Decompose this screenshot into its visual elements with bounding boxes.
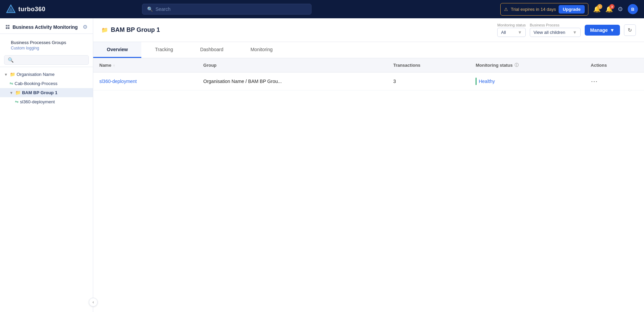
sidebar-item-label: BAM BP Group 1 — [22, 90, 58, 95]
page-title: 📁 BAM BP Group 1 — [101, 26, 160, 34]
cell-name: sl360-deployment — [93, 72, 197, 90]
chevron-down-icon: ▼ — [572, 30, 577, 35]
cell-group: Organisation Name / BAM BP Grou... — [197, 72, 387, 90]
info-icon[interactable]: ⓘ — [515, 62, 519, 68]
broadcast-button[interactable]: 🔔 ! — [593, 5, 601, 13]
column-actions: Actions — [585, 58, 644, 72]
column-monitoring-status: Monitoring status ⓘ — [469, 58, 584, 72]
avatar[interactable]: B — [628, 4, 638, 14]
sidebar-item-cab[interactable]: ⇋ Cab-Booking-Process — [0, 79, 93, 88]
sidebar-search-input[interactable] — [16, 58, 85, 63]
sort-icon[interactable]: ↑ — [113, 63, 115, 67]
data-table: Name ↑ Group Transactions Monitoring sta… — [93, 58, 644, 90]
bp-filter-value: View all children — [534, 30, 565, 35]
notification-badge: ! — [597, 4, 602, 9]
main-header: 📁 BAM BP Group 1 Monitoring status All ▼… — [93, 18, 644, 42]
sidebar-search-box[interactable]: 🔍 — [4, 55, 89, 65]
sidebar-tree: ▼ 📁 Organisation Name ⇋ Cab-Booking-Proc… — [0, 67, 93, 312]
refresh-icon: ↻ — [628, 27, 632, 33]
sidebar-collapse-button[interactable]: ‹ — [89, 298, 98, 307]
sidebar: ☷ Business Activity Monitoring ⚙ Busines… — [0, 18, 93, 312]
top-navigation: turbo360 🔍 ⚠ Trial expires in 14 days Up… — [0, 0, 644, 18]
group-value: Organisation Name / BAM BP Grou... — [203, 79, 282, 84]
cell-actions: ⋯ — [585, 72, 644, 90]
health-indicator: Healthy — [476, 78, 578, 85]
sidebar-title: ☷ Business Activity Monitoring — [5, 24, 78, 30]
column-transactions: Transactions — [387, 58, 469, 72]
page-title-folder-icon: 📁 — [101, 27, 108, 33]
page-title-text: BAM BP Group 1 — [111, 26, 160, 34]
tabs-bar: Overview Tracking Dashboard Monitoring — [93, 42, 644, 58]
monitoring-filter: Monitoring status All ▼ — [497, 23, 526, 37]
table-row: sl360-deployment Organisation Name / BAM… — [93, 72, 644, 90]
sidebar-item-label: Cab-Booking-Process — [15, 81, 57, 86]
tab-overview[interactable]: Overview — [93, 42, 141, 58]
logo-icon — [6, 4, 16, 14]
health-bar — [476, 78, 477, 85]
refresh-button[interactable]: ↻ — [624, 24, 636, 36]
sidebar-item-bam-group[interactable]: ▼ 📁 BAM BP Group 1 — [0, 88, 93, 97]
chevron-down-icon: ▼ — [610, 27, 615, 33]
notifications-button[interactable]: 🔔 3 — [605, 5, 613, 13]
notifications-count: 3 — [609, 4, 615, 9]
table-header-row: Name ↑ Group Transactions Monitoring sta… — [93, 58, 644, 72]
column-group: Group — [197, 58, 387, 72]
tab-tracking-label: Tracking — [155, 47, 173, 52]
manage-button[interactable]: Manage ▼ — [585, 25, 620, 36]
folder-icon: 📁 — [10, 72, 15, 77]
app-layout: ☷ Business Activity Monitoring ⚙ Busines… — [0, 18, 644, 312]
header-controls: Monitoring status All ▼ Business Process… — [497, 23, 636, 37]
process-icon: ⇋ — [15, 99, 19, 104]
cell-monitoring-status: Healthy — [469, 72, 584, 90]
transactions-value: 3 — [393, 79, 396, 84]
sidebar-sections: Business Processes Groups Custom logging — [0, 34, 93, 53]
settings-button[interactable]: ⚙ — [618, 5, 623, 13]
sidebar-item-label: Organisation Name — [17, 72, 55, 77]
caret-icon: ▼ — [9, 91, 13, 95]
app-logo[interactable]: turbo360 — [6, 4, 45, 14]
tab-tracking[interactable]: Tracking — [141, 42, 186, 58]
table-area: Name ↑ Group Transactions Monitoring sta… — [93, 58, 644, 312]
tab-overview-label: Overview — [107, 47, 128, 52]
search-input[interactable] — [156, 6, 306, 12]
bp-filter-label: Business Process — [530, 23, 581, 27]
monitoring-filter-value: All — [501, 30, 506, 35]
cell-transactions: 3 — [387, 72, 469, 90]
sidebar-search: 🔍 — [0, 53, 93, 67]
business-processes-groups-label: Business Processes Groups — [11, 40, 66, 45]
manage-label: Manage — [590, 27, 608, 33]
sidebar-header: ☷ Business Activity Monitoring ⚙ — [0, 18, 93, 34]
row-actions-button[interactable]: ⋯ — [591, 78, 598, 85]
sidebar-section-labels: Business Processes Groups — [5, 37, 87, 45]
folder-icon: 📁 — [15, 90, 21, 95]
search-box[interactable]: 🔍 — [142, 4, 311, 15]
trial-badge: ⚠ Trial expires in 14 days Upgrade — [500, 3, 588, 16]
upgrade-button[interactable]: Upgrade — [559, 5, 585, 14]
tab-monitoring[interactable]: Monitoring — [237, 42, 286, 58]
monitoring-filter-select[interactable]: All ▼ — [497, 28, 526, 37]
monitoring-filter-label: Monitoring status — [497, 23, 526, 27]
sidebar-search-icon: 🔍 — [8, 57, 14, 63]
sidebar-item-sl360[interactable]: ⇋ sl360-deployment — [0, 97, 93, 106]
tab-monitoring-label: Monitoring — [250, 47, 273, 52]
search-container: 🔍 — [142, 4, 311, 15]
warning-icon: ⚠ — [504, 7, 508, 12]
column-name: Name ↑ — [93, 58, 197, 72]
sidebar-settings-icon[interactable]: ⚙ — [83, 24, 87, 30]
gear-icon: ⚙ — [618, 5, 623, 13]
sidebar-item-label: sl360-deployment — [20, 99, 55, 104]
trial-text: Trial expires in 14 days — [511, 7, 556, 12]
process-name-link[interactable]: sl360-deployment — [99, 79, 137, 84]
tab-dashboard[interactable]: Dashboard — [186, 42, 237, 58]
process-icon: ⇋ — [9, 81, 13, 86]
sidebar-item-org[interactable]: ▼ 📁 Organisation Name — [0, 70, 93, 79]
topnav-right: ⚠ Trial expires in 14 days Upgrade 🔔 ! 🔔… — [500, 3, 638, 16]
chevron-left-icon: ‹ — [93, 300, 94, 305]
main-content: 📁 BAM BP Group 1 Monitoring status All ▼… — [93, 18, 644, 312]
bam-icon: ☷ — [5, 24, 10, 30]
bp-filter-select[interactable]: View all children ▼ — [530, 28, 581, 37]
caret-icon: ▼ — [4, 72, 8, 77]
custom-logging-link[interactable]: Custom logging — [5, 45, 87, 53]
tab-dashboard-label: Dashboard — [200, 47, 223, 52]
health-status-link[interactable]: Healthy — [479, 79, 495, 84]
